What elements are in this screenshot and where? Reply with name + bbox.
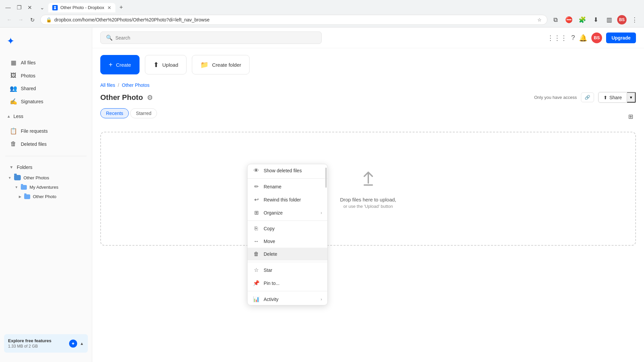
nav-section: ▦ All files 🖼 Photos 👥 Shared ✍ Signatur… — [0, 56, 92, 108]
folders-header[interactable]: ▼ Folders — [3, 162, 89, 173]
context-item-organize[interactable]: ⊞ Organize › — [248, 206, 327, 219]
upgrade-button[interactable]: Upgrade — [606, 33, 636, 43]
active-tab[interactable]: Other Photo - Dropbox ✕ — [48, 3, 115, 12]
photos-icon: 🖼 — [9, 72, 17, 79]
refresh-btn[interactable]: ↻ — [27, 14, 38, 25]
folders-label: Folders — [17, 165, 33, 170]
copy-link-btn[interactable]: 🔗 — [581, 93, 594, 102]
rewind-icon: ↩ — [253, 196, 260, 203]
copy-label: Copy — [264, 226, 275, 231]
extensions-puzzle-icon[interactable]: 🧩 — [577, 14, 588, 25]
user-avatar[interactable]: BS — [591, 33, 602, 43]
tree-item-my-adventures[interactable]: ▼ My Adventures — [12, 183, 92, 192]
ad-block-icon[interactable]: ⛔ — [564, 14, 574, 25]
move-icon: ↔ — [253, 238, 260, 244]
organize-icon: ⊞ — [253, 209, 260, 216]
maximize-btn[interactable]: ❐ — [14, 3, 24, 12]
tab-starred[interactable]: Starred — [130, 108, 157, 118]
create-icon: + — [109, 61, 113, 69]
sidebar-item-shared[interactable]: 👥 Shared — [3, 82, 89, 95]
organize-label: Organize — [264, 210, 283, 216]
create-button[interactable]: + Create — [100, 55, 140, 74]
upload-arrow-icon — [358, 169, 378, 193]
folder-settings-icon[interactable]: ⚙ — [147, 94, 153, 102]
rename-icon: ✏ — [253, 183, 260, 190]
context-item-copy[interactable]: ⎘ Copy — [248, 222, 327, 235]
forward-btn[interactable]: → — [15, 14, 26, 25]
help-icon[interactable]: ? — [571, 34, 575, 42]
tab-title: Other Photo - Dropbox — [60, 5, 104, 10]
new-tab-btn[interactable]: + — [117, 3, 126, 12]
apps-grid-icon[interactable]: ⋮⋮⋮ — [547, 34, 567, 42]
context-menu-divider-3 — [248, 262, 327, 262]
activity-icon: 📊 — [253, 296, 260, 302]
tree-item-other-photo[interactable]: ▶ Other Photo — [12, 192, 92, 201]
toolbar-icons: ⧉ ⛔ 🧩 ⬇ ▥ BS ⋮ — [550, 14, 640, 25]
explore-collapse-btn[interactable]: ▲ — [80, 341, 84, 346]
explore-storage: 1.33 MB of 2 GB — [8, 344, 51, 349]
share-button[interactable]: ⬆ Share — [598, 92, 627, 103]
window-controls: — ❐ ✕ — [3, 3, 35, 12]
sidebar-item-file-requests[interactable]: 📋 File requests — [3, 125, 89, 137]
download-icon[interactable]: ⬇ — [590, 14, 601, 25]
tabs-row: Recents Starred ⊞ — [100, 108, 636, 125]
context-item-delete[interactable]: 🗑 Delete — [248, 248, 327, 260]
sidebar-item-deleted-files[interactable]: 🗑 Deleted files — [3, 138, 89, 150]
create-folder-icon: 📁 — [200, 61, 209, 69]
upload-label: Upload — [162, 62, 178, 68]
tree-item-other-photos[interactable]: ▼ Other Photos — [5, 173, 92, 182]
tab-close-btn[interactable]: ✕ — [107, 5, 111, 10]
folder-header: Other Photo ⚙ Only you have access 🔗 ⬆ S… — [100, 92, 636, 103]
breadcrumb: All files / Other Photos — [100, 82, 636, 88]
sidebar-item-all-files[interactable]: ▦ All files — [3, 56, 89, 69]
context-item-activity[interactable]: 📊 Activity › — [248, 293, 327, 305]
sidebar-icon[interactable]: ▥ — [604, 14, 614, 25]
profile-switcher[interactable]: ⌄ — [37, 3, 47, 12]
tab-favicon — [52, 5, 58, 10]
context-item-star[interactable]: ☆ Star — [248, 263, 327, 277]
main-content: 🔍 ⋮⋮⋮ ? 🔔 BS Upgrade + Create ⬆ — [92, 27, 644, 362]
bell-icon[interactable]: 🔔 — [579, 34, 587, 42]
upload-button[interactable]: ⬆ Upload — [145, 55, 187, 74]
tree-label-other-photo: Other Photo — [33, 194, 56, 199]
tab-recents[interactable]: Recents — [100, 108, 129, 118]
less-toggle[interactable]: ▲ Less — [0, 111, 92, 122]
back-btn[interactable]: ← — [4, 14, 15, 25]
pin-label: Pin to... — [264, 281, 279, 286]
context-item-rename[interactable]: ✏ Rename — [248, 180, 327, 193]
minimize-btn[interactable]: — — [3, 3, 13, 12]
lock-icon: 🔒 — [46, 17, 52, 22]
context-item-show-deleted[interactable]: 👁 Show deleted files — [248, 164, 327, 177]
url-text: dropbox.com/home/Other%20Photos/Other%20… — [54, 17, 535, 22]
star-icon: ☆ — [253, 267, 260, 273]
sidebar-item-photos[interactable]: 🖼 Photos — [3, 69, 89, 82]
search-input[interactable] — [115, 35, 316, 41]
extensions-icon[interactable]: ⧉ — [550, 14, 561, 25]
browser-chrome: — ❐ ✕ ⌄ Other Photo - Dropbox ✕ + ← → ↻ … — [0, 0, 644, 27]
context-item-pin[interactable]: 📌 Pin to... — [248, 277, 327, 290]
bookmark-icon[interactable]: ☆ — [537, 17, 542, 22]
folder-icon-my-adventures — [21, 185, 27, 190]
menu-icon[interactable]: ⋮ — [629, 14, 640, 25]
close-btn[interactable]: ✕ — [25, 3, 35, 12]
search-bar[interactable]: 🔍 — [100, 32, 322, 44]
drop-zone-text: Drop files here to upload, — [340, 197, 396, 202]
sidebar-item-signatures[interactable]: ✍ Signatures — [3, 95, 89, 108]
show-deleted-label: Show deleted files — [264, 168, 302, 173]
create-folder-button[interactable]: 📁 Create folder — [192, 55, 250, 74]
context-item-rewind[interactable]: ↩ Rewind this folder — [248, 193, 327, 206]
grid-view-btn[interactable]: ⊞ — [626, 112, 636, 122]
expand-icon-other-photos: ▼ — [8, 176, 11, 180]
scrollbar[interactable] — [325, 168, 327, 188]
profile-avatar[interactable]: BS — [617, 15, 627, 24]
context-menu-inner: 👁 Show deleted files ✏ Rename ↩ Rewind — [248, 164, 327, 305]
context-menu-scroll: 👁 Show deleted files ✏ Rename ↩ Rewind — [248, 164, 327, 305]
breadcrumb-all-files[interactable]: All files — [100, 82, 115, 88]
rewind-label: Rewind this folder — [264, 197, 301, 202]
breadcrumb-other-photos[interactable]: Other Photos — [122, 82, 150, 88]
share-expand-btn[interactable]: ▾ — [627, 92, 636, 103]
address-bar[interactable]: 🔒 dropbox.com/home/Other%20Photos/Other%… — [40, 15, 547, 25]
context-item-move[interactable]: ↔ Move — [248, 235, 327, 248]
tab-bar: — ❐ ✕ ⌄ Other Photo - Dropbox ✕ + — [0, 0, 644, 12]
folders-section: ▼ Folders ▼ Other Photos ▼ My Adventures — [0, 162, 92, 201]
